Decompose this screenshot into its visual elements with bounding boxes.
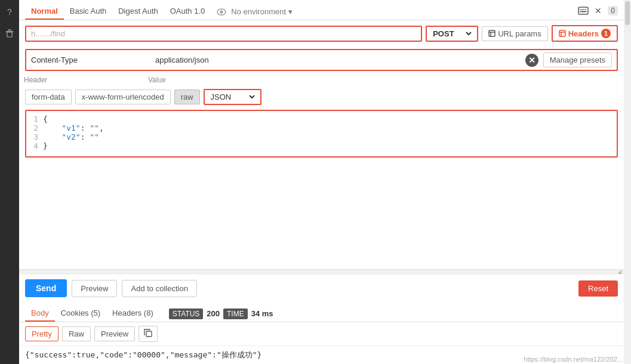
format-select[interactable]: JSON Text JavaScript XML HTML [208,92,257,102]
add-to-collection-button[interactable]: Add to collection [122,280,196,297]
auth-tabs-row: Normal Basic Auth Digest Auth OAuth 1.0 … [19,0,624,20]
preview-button[interactable]: Preview [72,280,117,297]
bottom-url-watermark: https://blog.csdn.net/ma122/202... [524,356,623,363]
svg-rect-1 [8,30,11,31]
reset-button[interactable]: Reset [578,280,618,297]
tab-oauth[interactable]: OAuth 1.0 [164,4,211,20]
send-button[interactable]: Send [25,279,67,297]
svg-rect-0 [6,31,13,32]
method-select-wrapper: POST GET PUT DELETE PATCH [426,26,478,42]
response-tabs-row: Body Cookies (5) Headers (8) STATUS 200 … [19,302,624,322]
status-value: 200 [207,309,220,318]
headers-button[interactable]: Headers 1 [552,25,618,42]
header-clear-button[interactable]: ✕ [525,54,538,67]
environment-selector[interactable]: No environment ▾ [231,7,293,16]
tab-normal[interactable]: Normal [25,4,64,20]
code-line-4: 4 } [30,141,613,150]
x-www-form-urlencoded-button[interactable]: x-www-form-urlencoded [75,90,171,104]
raw-response-button[interactable]: Raw [62,326,91,341]
close-icon-btn[interactable]: ✕ [595,6,602,16]
body-type-row: form-data x-www-form-urlencoded raw JSON… [19,85,624,109]
manage-presets-button[interactable]: Manage presets [543,53,612,67]
pretty-button[interactable]: Pretty [25,326,59,341]
resize-handle[interactable]: ◢ [19,269,624,274]
action-row: Send Preview Add to collection Reset [19,274,624,302]
tab-digest-auth[interactable]: Digest Auth [112,4,164,20]
header-value: application/json [155,55,521,64]
svg-rect-15 [559,30,565,36]
code-line-3: 3 "v2": "" [30,132,613,141]
time-label: TIME [223,309,248,319]
url-row: POST GET PUT DELETE PATCH URL params Hea… [19,20,624,47]
form-data-button[interactable]: form-data [25,90,72,104]
top-right-icons: ✕ 0 [578,6,618,18]
tab-headers-response[interactable]: Headers (8) [106,306,159,322]
tab-basic-auth[interactable]: Basic Auth [64,4,112,20]
status-label: STATUS [169,309,204,319]
sidebar: ? [0,0,19,364]
svg-rect-4 [578,7,588,14]
code-line-1: 1 { [30,115,613,124]
headers-section: Content-Type application/json ✕ Manage p… [25,49,618,71]
scrollbar-thumb[interactable] [625,1,630,25]
body-empty-area [19,161,624,269]
url-input[interactable] [31,29,416,38]
value-col-label: Value [148,76,166,84]
notification-badge: 0 [608,6,618,16]
time-value: 34 ms [251,309,273,318]
svg-rect-12 [489,30,495,36]
main-area: Normal Basic Auth Digest Auth OAuth 1.0 … [19,0,624,364]
url-params-button[interactable]: URL params [482,26,547,41]
trash-icon[interactable] [4,27,16,39]
svg-rect-18 [146,331,152,337]
code-editor[interactable]: 1 { 2 "v1": "", 3 "v2": "" 4 } [25,110,618,158]
eye-icon[interactable] [217,8,226,16]
response-format-row: Pretty Raw Preview [19,322,624,346]
header-col-label: Header [24,76,143,84]
method-select[interactable]: POST GET PUT DELETE PATCH [430,29,473,39]
header-key: Content-Type [31,55,150,64]
question-icon[interactable]: ? [4,6,16,18]
header-row: Content-Type application/json ✕ Manage p… [31,53,612,67]
scrollbar[interactable] [624,0,631,364]
url-input-wrapper [25,26,422,42]
code-line-2: 2 "v1": "", [30,124,613,132]
preview-response-button[interactable]: Preview [94,326,135,341]
raw-button[interactable]: raw [174,90,200,104]
copy-icon-button[interactable] [138,326,158,342]
header-labels: Header Value [19,73,624,85]
status-badge: STATUS 200 TIME 34 ms [169,309,273,319]
format-select-wrapper: JSON Text JavaScript XML HTML [204,89,261,105]
tab-body[interactable]: Body [25,306,55,322]
svg-point-3 [220,10,223,13]
keyboard-icon-btn[interactable] [578,7,589,15]
tab-cookies[interactable]: Cookies (5) [55,306,106,322]
